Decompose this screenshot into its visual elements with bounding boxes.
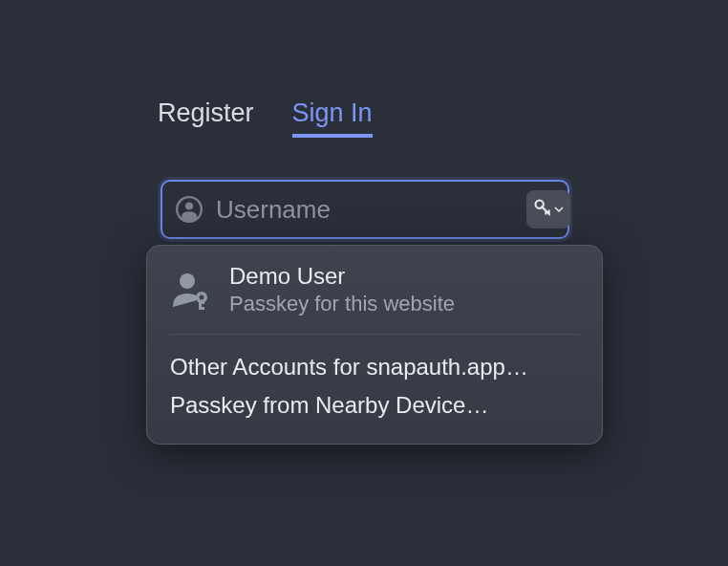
passkey-dropdown: Demo User Passkey for this website Other… xyxy=(146,245,603,445)
user-icon xyxy=(176,196,203,223)
tab-signin[interactable]: Sign In xyxy=(292,98,373,138)
chevron-down-icon xyxy=(552,201,564,218)
other-accounts-option[interactable]: Other Accounts for snapauth.app… xyxy=(170,348,579,386)
username-input-container xyxy=(161,180,569,239)
svg-point-5 xyxy=(200,295,204,300)
svg-point-1 xyxy=(185,202,193,209)
username-input[interactable] xyxy=(216,195,526,225)
avatar-passkey-icon xyxy=(170,269,212,311)
passkey-option-primary[interactable]: Demo User Passkey for this website xyxy=(170,263,579,335)
passkey-option-title: Demo User xyxy=(229,263,455,290)
passkey-option-subtitle: Passkey for this website xyxy=(229,292,455,316)
auth-tabs: Register Sign In xyxy=(158,98,373,138)
nearby-device-option[interactable]: Passkey from Nearby Device… xyxy=(170,386,579,424)
passkey-option-text: Demo User Passkey for this website xyxy=(229,263,455,316)
tab-register[interactable]: Register xyxy=(158,98,254,138)
passkey-dropdown-button[interactable] xyxy=(526,190,570,229)
svg-point-3 xyxy=(180,273,195,289)
key-icon xyxy=(533,198,552,221)
